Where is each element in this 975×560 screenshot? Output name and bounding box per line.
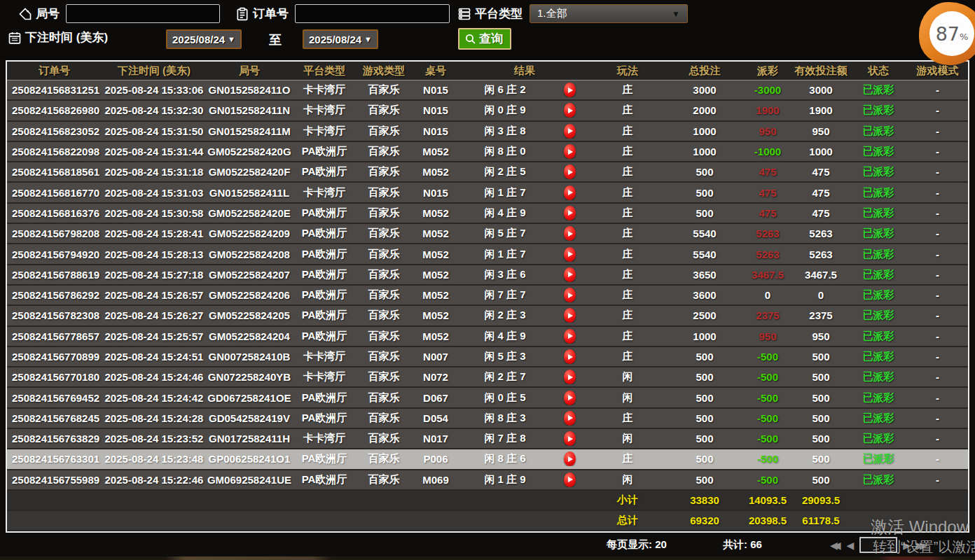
column-header-2: 局号 bbox=[207, 64, 292, 78]
platform-type-select[interactable]: 1.全部 ▼ bbox=[530, 4, 688, 23]
platform-cell: PA欧洲厅 bbox=[292, 288, 357, 302]
play-replay-icon[interactable] bbox=[564, 431, 576, 446]
play-replay-icon[interactable] bbox=[564, 472, 576, 487]
play-replay-icon[interactable] bbox=[564, 124, 576, 139]
play-replay-icon[interactable] bbox=[564, 308, 576, 323]
subtotal-label: 小计 bbox=[589, 493, 666, 507]
payout-cell: -500 bbox=[743, 453, 792, 465]
play-replay-icon[interactable] bbox=[564, 349, 576, 364]
result-cell: 闲 1 庄 7 bbox=[460, 186, 550, 200]
order-id-cell: 250824156786292 bbox=[7, 289, 102, 301]
game-type-cell: 百家乐 bbox=[357, 268, 411, 281]
game-mode-cell: - bbox=[907, 330, 968, 342]
date-from-picker[interactable]: 2025/08/24 ▼ bbox=[166, 29, 242, 49]
table-row[interactable]: 2508241567638292025-08-24 15:23:52GN0172… bbox=[7, 429, 968, 449]
platform-cell: PA欧洲厅 bbox=[292, 227, 357, 240]
round-id-cell: GD067258241OE bbox=[207, 392, 292, 404]
play-replay-icon[interactable] bbox=[564, 186, 576, 200]
table-row[interactable]: 2508241567694522025-08-24 15:24:42GD0672… bbox=[7, 388, 968, 408]
table-row[interactable]: 2508241567708992025-08-24 15:24:51GN0072… bbox=[7, 347, 968, 368]
play-replay-icon[interactable] bbox=[564, 83, 576, 97]
round-id-cell: GP006258241O1 bbox=[207, 453, 292, 465]
payout-cell: 0 bbox=[743, 289, 792, 301]
play-cell bbox=[550, 267, 589, 282]
table-row[interactable]: 2508241567701802025-08-24 15:24:46GN0722… bbox=[7, 368, 968, 388]
bet-time-cell: 2025-08-24 15:30:58 bbox=[102, 207, 207, 219]
valid-bet-cell: 950 bbox=[792, 330, 850, 342]
table-row[interactable]: 2508241567823082025-08-24 15:26:27GM0522… bbox=[7, 306, 968, 326]
date-to-picker[interactable]: 2025/08/24 ▼ bbox=[303, 29, 378, 49]
status-cell: 已派彩 bbox=[850, 432, 907, 445]
play-type-cell: 庄 bbox=[589, 330, 666, 343]
play-replay-icon[interactable] bbox=[564, 164, 576, 179]
result-cell: 闲 0 庄 5 bbox=[460, 391, 550, 405]
column-header-7: 玩法 bbox=[589, 64, 666, 78]
table-row[interactable]: 2508241567633012025-08-24 15:23:48GP0062… bbox=[7, 449, 968, 470]
total-bet-cell: 500 bbox=[666, 187, 743, 199]
play-replay-icon[interactable] bbox=[564, 103, 576, 118]
table-row[interactable]: 2508241568163762025-08-24 15:30:58GM0522… bbox=[7, 204, 968, 224]
game-mode-cell: - bbox=[907, 227, 968, 239]
result-cell: 闲 3 庄 6 bbox=[460, 268, 550, 281]
order-id-cell: 250824156768245 bbox=[7, 412, 102, 424]
bet-time-cell: 2025-08-24 15:24:28 bbox=[102, 412, 207, 424]
game-mode-cell: - bbox=[907, 146, 968, 158]
play-replay-icon[interactable] bbox=[564, 370, 576, 384]
play-replay-icon[interactable] bbox=[564, 247, 576, 262]
play-type-cell: 庄 bbox=[589, 186, 666, 200]
table-row[interactable]: 2508241568269802025-08-24 15:32:30GN0152… bbox=[7, 101, 968, 121]
game-mode-cell: - bbox=[907, 392, 968, 404]
round-id-cell: GM05225824205 bbox=[207, 309, 292, 321]
platform-type-value: 1.全部 bbox=[537, 7, 567, 20]
order-id-cell: 250824156770899 bbox=[7, 351, 102, 363]
play-replay-icon[interactable] bbox=[564, 411, 576, 426]
table-row[interactable]: 2508241567682452025-08-24 15:24:28GD0542… bbox=[7, 409, 968, 429]
total-bet-cell: 500 bbox=[666, 453, 743, 465]
status-cell: 已派彩 bbox=[850, 206, 907, 220]
play-replay-icon[interactable] bbox=[564, 329, 576, 344]
game-type-cell: 百家乐 bbox=[357, 309, 411, 322]
table-row[interactable]: 2508241568220982025-08-24 15:31:44GM0522… bbox=[7, 142, 968, 162]
round-number-input[interactable] bbox=[66, 4, 220, 23]
table-row[interactable]: 2508241567949202025-08-24 15:28:13GM0522… bbox=[7, 244, 968, 265]
platform-cell: PA欧洲厅 bbox=[292, 330, 357, 343]
play-replay-icon[interactable] bbox=[564, 391, 576, 405]
table-id-cell: M052 bbox=[411, 227, 460, 239]
game-mode-cell: - bbox=[907, 412, 968, 424]
round-id-cell: GM05225824206 bbox=[207, 289, 292, 301]
column-header-5: 桌号 bbox=[411, 64, 460, 78]
table-row[interactable]: 2508241568185612025-08-24 15:31:18GM0522… bbox=[7, 162, 968, 183]
play-cell bbox=[550, 329, 589, 344]
table-row[interactable]: 2508241567982082025-08-24 15:28:41GM0522… bbox=[7, 224, 968, 244]
table-row[interactable]: 2508241568167702025-08-24 15:31:03GN0152… bbox=[7, 183, 968, 203]
game-type-cell: 百家乐 bbox=[357, 125, 411, 138]
tag-icon bbox=[18, 7, 32, 21]
valid-bet-cell: 475 bbox=[792, 207, 850, 219]
table-row[interactable]: 2508241568312512025-08-24 15:33:06GN0152… bbox=[7, 80, 968, 101]
play-replay-icon[interactable] bbox=[564, 226, 576, 241]
prev-page-button[interactable]: ◀ bbox=[847, 540, 855, 551]
play-replay-icon[interactable] bbox=[564, 288, 576, 302]
first-page-button[interactable]: ◀◀ bbox=[830, 540, 841, 551]
play-replay-icon[interactable] bbox=[564, 451, 576, 466]
play-replay-icon[interactable] bbox=[564, 267, 576, 282]
play-replay-icon[interactable] bbox=[564, 206, 576, 220]
table-row[interactable]: 2508241567786572025-08-24 15:25:57GM0522… bbox=[7, 327, 968, 347]
table-row[interactable]: 2508241568230522025-08-24 15:31:50GN0152… bbox=[7, 122, 968, 142]
play-cell bbox=[550, 83, 589, 97]
game-mode-cell: - bbox=[907, 125, 968, 137]
query-button[interactable]: 查询 bbox=[458, 28, 511, 50]
platform-cell: PA欧洲厅 bbox=[292, 309, 357, 322]
play-replay-icon[interactable] bbox=[564, 144, 576, 159]
order-number-input[interactable] bbox=[295, 4, 450, 23]
valid-bet-cell: 500 bbox=[792, 371, 850, 383]
game-mode-cell: - bbox=[907, 248, 968, 260]
status-cell: 已派彩 bbox=[850, 227, 907, 240]
result-cell: 闲 1 庄 9 bbox=[460, 473, 550, 486]
total-bet-cell: 1000 bbox=[666, 330, 743, 342]
round-number-label: 局号 bbox=[36, 6, 60, 22]
platform-cell: 卡卡湾厅 bbox=[292, 125, 357, 138]
table-row[interactable]: 2508241567862922025-08-24 15:26:57GM0522… bbox=[7, 286, 968, 306]
table-row[interactable]: 2508241567559892025-08-24 15:22:46GM0692… bbox=[7, 470, 968, 491]
table-row[interactable]: 2508241567886192025-08-24 15:27:18GM0522… bbox=[7, 265, 968, 286]
